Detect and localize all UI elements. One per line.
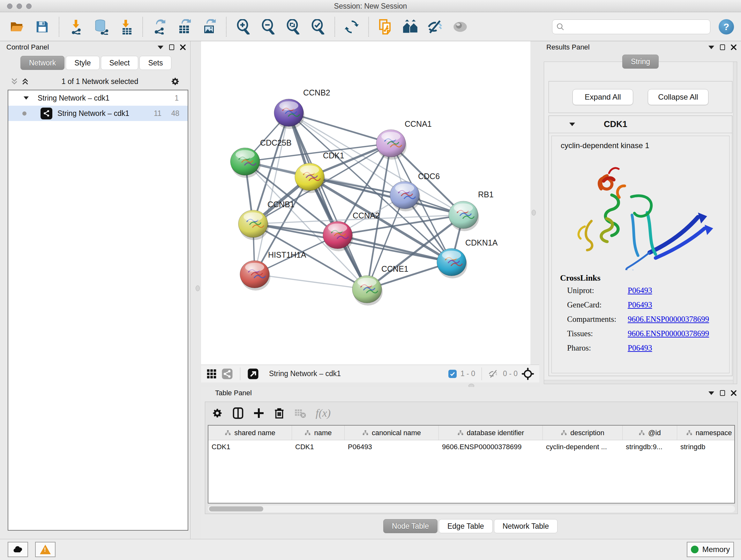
column-header-namespace[interactable]: namespace bbox=[677, 426, 735, 440]
results-vertical-scrollbar[interactable] bbox=[733, 62, 737, 384]
table-cell: 9606.ENSP00000378699 bbox=[439, 440, 543, 454]
vertical-splitter-handle[interactable] bbox=[196, 286, 200, 291]
delete-column-icon[interactable] bbox=[273, 408, 285, 419]
expand-all-button[interactable]: Expand All bbox=[572, 89, 633, 105]
zoom-selected-icon[interactable] bbox=[310, 18, 326, 35]
export-table-icon[interactable] bbox=[176, 18, 193, 35]
collection-count: 1 bbox=[175, 94, 179, 103]
tab-select[interactable]: Select bbox=[101, 56, 138, 70]
select-columns-icon[interactable] bbox=[232, 407, 244, 419]
table-row[interactable]: CDK1CDK1P064939606.ENSP00000378699cyclin… bbox=[208, 440, 734, 454]
network-collection-row[interactable]: String Network – cdk1 1 bbox=[8, 90, 188, 106]
selected-checkbox-icon[interactable] bbox=[448, 370, 457, 378]
share-view-icon[interactable] bbox=[221, 368, 233, 380]
network-icon bbox=[41, 108, 52, 119]
crosslink-link[interactable]: P06493 bbox=[628, 300, 652, 309]
network-selection-bar: 1 of 1 Network selected bbox=[7, 73, 183, 90]
grid-view-icon[interactable] bbox=[206, 368, 217, 379]
window-minimize-button[interactable] bbox=[17, 3, 22, 9]
network-node-CCNA1[interactable] bbox=[376, 130, 407, 160]
network-node-CDC25B[interactable] bbox=[230, 148, 261, 178]
network-node-RB1[interactable] bbox=[449, 201, 479, 231]
table-horizontal-scrollbar[interactable] bbox=[208, 505, 735, 512]
tab-style[interactable]: Style bbox=[66, 56, 99, 70]
help-icon[interactable]: ? bbox=[719, 19, 734, 35]
section-expander-icon[interactable] bbox=[569, 123, 575, 126]
gear-icon[interactable] bbox=[171, 77, 180, 86]
import-network-icon[interactable] bbox=[68, 18, 84, 35]
tab-edge-table[interactable]: Edge Table bbox=[439, 519, 493, 533]
export-network-icon[interactable] bbox=[151, 18, 168, 35]
window-close-button[interactable] bbox=[7, 3, 12, 9]
clone-network-icon[interactable] bbox=[377, 18, 394, 35]
column-header-shared-name[interactable]: shared name bbox=[208, 426, 292, 440]
panel-float-icon[interactable] bbox=[720, 44, 725, 50]
network-node-CCNE1[interactable] bbox=[352, 275, 383, 306]
collection-expander-icon[interactable] bbox=[23, 97, 29, 100]
panel-float-icon[interactable] bbox=[169, 44, 174, 50]
open-session-icon[interactable] bbox=[9, 18, 25, 35]
crosslink-link[interactable]: P06493 bbox=[628, 286, 652, 295]
network-edge-CCNB2-RB1[interactable] bbox=[289, 113, 463, 215]
panel-menu-icon[interactable] bbox=[158, 46, 163, 49]
network-node-CDK1[interactable] bbox=[295, 163, 325, 193]
network-row[interactable]: String Network – cdk1 11 48 bbox=[8, 106, 188, 121]
zoom-fit-icon[interactable] bbox=[285, 18, 301, 35]
memory-button[interactable]: Memory bbox=[687, 542, 734, 557]
hide-selected-icon[interactable] bbox=[427, 18, 444, 35]
table-settings-icon[interactable] bbox=[212, 408, 223, 419]
network-node-CCNB1[interactable] bbox=[239, 210, 269, 240]
panel-close-icon[interactable] bbox=[180, 44, 186, 50]
refresh-layout-icon[interactable] bbox=[343, 18, 360, 35]
open-in-window-icon[interactable] bbox=[247, 368, 259, 380]
show-all-icon[interactable] bbox=[452, 18, 468, 35]
column-header-description[interactable]: description bbox=[543, 426, 623, 440]
column-header-canonical-name[interactable]: canonical name bbox=[345, 426, 439, 440]
tab-network-table[interactable]: Network Table bbox=[494, 519, 557, 533]
panel-close-icon[interactable] bbox=[731, 44, 737, 50]
control-panel: Control Panel NetworkStyleSelectSets 1 o… bbox=[0, 41, 191, 539]
network-edge-CCNB2-CCNE1[interactable] bbox=[289, 113, 367, 289]
crosshair-icon[interactable] bbox=[522, 368, 534, 380]
crosslink-link[interactable]: 9606.ENSP00000378699 bbox=[628, 329, 709, 338]
cloud-status-button[interactable] bbox=[8, 542, 28, 557]
hidden-eye-icon[interactable] bbox=[488, 368, 499, 379]
tab-string[interactable]: String bbox=[622, 55, 659, 69]
export-image-icon[interactable] bbox=[201, 18, 218, 35]
panel-menu-icon[interactable] bbox=[709, 46, 714, 49]
network-node-CCNA2[interactable] bbox=[323, 221, 353, 251]
vertical-splitter-handle[interactable] bbox=[532, 210, 536, 215]
network-edge-HIST1H1A-CCNE1[interactable] bbox=[255, 274, 367, 289]
panel-close-icon[interactable] bbox=[731, 390, 737, 396]
collapse-all-icon[interactable] bbox=[10, 77, 18, 85]
panel-float-icon[interactable] bbox=[720, 390, 725, 396]
table-toolbar: f(x) bbox=[205, 402, 738, 424]
results-horizontal-scrollbar[interactable] bbox=[544, 380, 733, 384]
tab-sets[interactable]: Sets bbox=[139, 56, 172, 70]
network-node-HIST1H1A[interactable] bbox=[240, 260, 270, 291]
add-column-icon[interactable] bbox=[253, 408, 265, 419]
crosslink-link[interactable]: 9606.ENSP00000378699 bbox=[628, 315, 709, 324]
import-table-icon[interactable] bbox=[118, 18, 134, 35]
cdk1-section-header[interactable]: CDK1 bbox=[549, 116, 732, 133]
column-header--id[interactable]: @id bbox=[623, 426, 677, 440]
network-canvas[interactable]: CCNB2CCNA1CDC25BCDK1CDC6RB1CCNB1CCNA2CDK… bbox=[201, 41, 530, 365]
column-header-database-identifier[interactable]: database identifier bbox=[439, 426, 543, 440]
window-zoom-button[interactable] bbox=[26, 3, 31, 9]
network-node-CDC6[interactable] bbox=[390, 181, 420, 211]
tab-node-table[interactable]: Node Table bbox=[383, 519, 437, 533]
warning-status-button[interactable] bbox=[35, 542, 56, 557]
panel-menu-icon[interactable] bbox=[709, 391, 714, 395]
column-header-name[interactable]: name bbox=[292, 426, 345, 440]
tab-network[interactable]: Network bbox=[20, 56, 64, 70]
zoom-in-icon[interactable] bbox=[235, 18, 252, 35]
zoom-out-icon[interactable] bbox=[260, 18, 276, 35]
save-session-icon[interactable] bbox=[34, 18, 51, 35]
crosslink-link[interactable]: P06493 bbox=[628, 344, 652, 353]
first-neighbors-icon[interactable] bbox=[402, 18, 419, 35]
network-node-CDKN1A[interactable] bbox=[437, 248, 467, 278]
search-input[interactable] bbox=[567, 23, 706, 31]
import-database-icon[interactable] bbox=[92, 18, 109, 35]
expand-all-icon[interactable] bbox=[21, 77, 29, 85]
collapse-all-button[interactable]: Collapse All bbox=[648, 89, 709, 105]
